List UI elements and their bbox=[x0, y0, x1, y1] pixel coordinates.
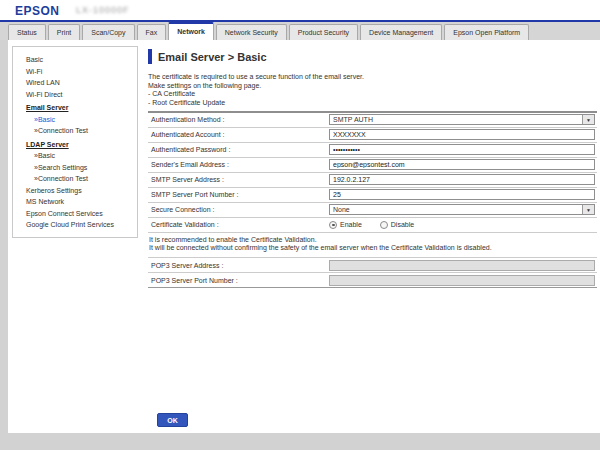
pop3-server-address-control bbox=[329, 260, 597, 271]
sidebar-item-basic[interactable]: »Basic bbox=[13, 150, 137, 162]
page-title: Email Server > Basic bbox=[158, 51, 267, 63]
sidebar-item-ms-network[interactable]: MS Network bbox=[13, 196, 137, 208]
tab-network-security[interactable]: Network Security bbox=[216, 24, 287, 40]
sidebar-nav: BasicWi-FiWired LANWi-Fi DirectEmail Ser… bbox=[12, 46, 138, 238]
page-title-block: Email Server > Basic bbox=[148, 49, 597, 64]
description-line: The certificate is required to use a sec… bbox=[148, 73, 597, 82]
note-line: It is recommended to enable the Certific… bbox=[149, 236, 597, 245]
secure-connection-select[interactable]: None▼ bbox=[329, 204, 595, 215]
smtp-server-address-input[interactable] bbox=[329, 174, 595, 185]
sidebar-item-epson-connect-services[interactable]: Epson Connect Services bbox=[13, 208, 137, 220]
pop3-server-address-label: POP3 Server Address : bbox=[148, 262, 329, 269]
epson-logo: EPSON bbox=[15, 4, 60, 18]
form-row-smtp-server-address: SMTP Server Address : bbox=[148, 173, 597, 188]
title-accent-bar bbox=[148, 49, 152, 64]
sidebar-item-connection-test[interactable]: »Connection Test bbox=[13, 125, 137, 137]
tab-status[interactable]: Status bbox=[8, 24, 46, 40]
content-background: BasicWi-FiWired LANWi-Fi DirectEmail Ser… bbox=[0, 40, 600, 450]
authentication-method-label: Authentication Method : bbox=[148, 116, 329, 123]
sidebar-item-wi-fi-direct[interactable]: Wi-Fi Direct bbox=[13, 89, 137, 101]
form-row-authentication-method: Authentication Method :SMTP AUTH▼ bbox=[148, 113, 597, 128]
main-panel: Email Server > Basic The certificate is … bbox=[148, 46, 597, 433]
ok-button[interactable]: OK bbox=[157, 413, 188, 427]
tab-bar: StatusPrintScan/CopyFaxNetworkNetwork Se… bbox=[0, 22, 600, 40]
form-row-authenticated-account: Authenticated Account : bbox=[148, 128, 597, 143]
sidebar-item-wired-lan[interactable]: Wired LAN bbox=[13, 77, 137, 89]
printer-model-name: LX-10000F bbox=[76, 5, 130, 15]
description-line: - CA Certificate bbox=[148, 90, 597, 99]
form-row-authenticated-password: Authenticated Password : bbox=[148, 143, 597, 158]
description-line: Make settings on the following page. bbox=[148, 82, 597, 91]
description: The certificate is required to use a sec… bbox=[148, 73, 597, 108]
certificate-validation-radio-enable[interactable]: Enable bbox=[329, 221, 362, 229]
sidebar-item-wi-fi[interactable]: Wi-Fi bbox=[13, 66, 137, 78]
tab-device-management[interactable]: Device Management bbox=[360, 24, 442, 40]
authentication-method-selected-value: SMTP AUTH bbox=[330, 116, 373, 123]
secure-connection-selected-value: None bbox=[330, 206, 350, 213]
radio-label: Enable bbox=[340, 221, 362, 228]
authenticated-password-input[interactable] bbox=[329, 144, 595, 155]
radio-icon[interactable] bbox=[380, 221, 388, 229]
authentication-method-select[interactable]: SMTP AUTH▼ bbox=[329, 114, 595, 125]
tab-print[interactable]: Print bbox=[48, 24, 80, 40]
secure-connection-label: Secure Connection : bbox=[148, 206, 329, 213]
sidebar-item-basic[interactable]: Basic bbox=[13, 54, 137, 66]
authenticated-password-label: Authenticated Password : bbox=[148, 146, 329, 153]
tab-epson-open-platform[interactable]: Epson Open Platform bbox=[444, 24, 529, 40]
pop3-server-port-number-label: POP3 Server Port Number : bbox=[148, 277, 329, 284]
radio-label: Disable bbox=[391, 221, 414, 228]
tab-product-security[interactable]: Product Security bbox=[289, 24, 358, 40]
sidebar-item-email-server[interactable]: Email Server bbox=[13, 102, 137, 114]
authenticated-password-control bbox=[329, 144, 597, 155]
authentication-method-control: SMTP AUTH▼ bbox=[329, 114, 597, 125]
form-row-certificate-validation: Certificate Validation :EnableDisable bbox=[148, 218, 597, 233]
smtp-server-port-number-label: SMTP Server Port Number : bbox=[148, 191, 329, 198]
note-line: It will be connected without confirming … bbox=[149, 244, 597, 253]
sidebar-item-basic[interactable]: »Basic bbox=[13, 114, 137, 126]
smtp-server-address-control bbox=[329, 174, 597, 185]
pop3-server-address-input bbox=[329, 260, 595, 271]
form-row-pop3-server-port-number: POP3 Server Port Number : bbox=[148, 273, 597, 288]
form-row-senders-email-address: Sender's Email Address : bbox=[148, 158, 597, 173]
sidebar-item-search-settings[interactable]: »Search Settings bbox=[13, 162, 137, 174]
senders-email-address-input[interactable] bbox=[329, 159, 595, 170]
senders-email-address-label: Sender's Email Address : bbox=[148, 161, 329, 168]
tab-network[interactable]: Network bbox=[168, 22, 214, 40]
tab-fax[interactable]: Fax bbox=[137, 24, 167, 40]
radio-icon[interactable] bbox=[329, 221, 337, 229]
smtp-server-port-number-input[interactable] bbox=[329, 189, 595, 200]
smtp-server-port-number-control bbox=[329, 189, 597, 200]
authenticated-account-control bbox=[329, 129, 597, 140]
sidebar-item-ldap-server[interactable]: LDAP Server bbox=[13, 139, 137, 151]
senders-email-address-control bbox=[329, 159, 597, 170]
certificate-validation-control: EnableDisable bbox=[329, 221, 597, 229]
chevron-down-icon[interactable]: ▼ bbox=[582, 205, 594, 214]
sidebar-item-connection-test[interactable]: »Connection Test bbox=[13, 173, 137, 185]
content-card: BasicWi-FiWired LANWi-Fi DirectEmail Ser… bbox=[8, 40, 600, 433]
secure-connection-control: None▼ bbox=[329, 204, 597, 215]
form-row-pop3-server-address: POP3 Server Address : bbox=[148, 258, 597, 273]
authenticated-account-input[interactable] bbox=[329, 129, 595, 140]
sidebar-item-kerberos-settings[interactable]: Kerberos Settings bbox=[13, 185, 137, 197]
settings-form: Authentication Method :SMTP AUTH▼Authent… bbox=[148, 111, 597, 288]
certificate-validation-note: It is recommended to enable the Certific… bbox=[148, 233, 597, 258]
certificate-validation-radio-group: EnableDisable bbox=[329, 221, 432, 229]
sidebar-item-google-cloud-print-services[interactable]: Google Cloud Print Services bbox=[13, 219, 137, 231]
form-row-smtp-server-port-number: SMTP Server Port Number : bbox=[148, 188, 597, 203]
pop3-server-port-number-control bbox=[329, 275, 597, 286]
chevron-down-icon[interactable]: ▼ bbox=[582, 115, 594, 124]
certificate-validation-label: Certificate Validation : bbox=[148, 221, 329, 228]
form-row-secure-connection: Secure Connection :None▼ bbox=[148, 203, 597, 218]
authenticated-account-label: Authenticated Account : bbox=[148, 131, 329, 138]
pop3-server-port-number-input bbox=[329, 275, 595, 286]
smtp-server-address-label: SMTP Server Address : bbox=[148, 176, 329, 183]
certificate-validation-radio-disable[interactable]: Disable bbox=[380, 221, 414, 229]
app-header: EPSON LX-10000F bbox=[0, 0, 600, 20]
description-line: - Root Certificate Update bbox=[148, 99, 597, 108]
tab-scan-copy[interactable]: Scan/Copy bbox=[82, 24, 134, 40]
